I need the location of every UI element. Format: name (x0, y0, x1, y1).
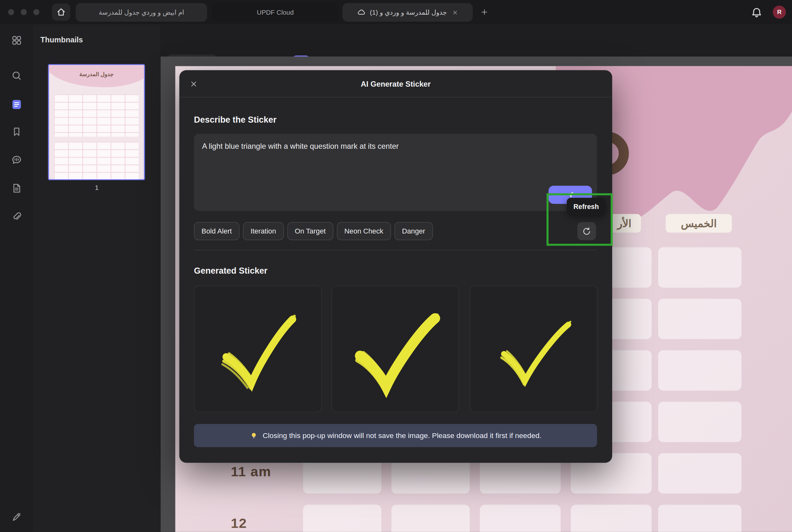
checkmark-sticker-image (484, 300, 583, 399)
sidebar-thumbnails-button[interactable] (7, 94, 27, 114)
search-icon (11, 70, 22, 81)
sidebar-paperclip-button[interactable] (7, 206, 27, 226)
checkmark-sticker-image (203, 295, 312, 403)
day-header-thursday: الخميس (666, 214, 732, 233)
window-controls (8, 9, 39, 15)
modal-divider (194, 250, 597, 250)
cloud-icon (357, 8, 366, 17)
refresh-icon (582, 227, 591, 236)
refresh-button[interactable] (577, 222, 596, 240)
generated-sticker-3[interactable] (469, 286, 597, 413)
sidebar-search-button[interactable] (7, 65, 27, 86)
chat-bubble-icon (11, 154, 22, 166)
new-tab-button[interactable] (479, 7, 490, 18)
tab-label: ام ابيض و وردي جدول للمدرسة (99, 8, 184, 16)
tab-close-icon[interactable] (452, 9, 458, 15)
titlebar: ام ابيض و وردي جدول للمدرسة UPDF Cloud (… (0, 0, 792, 24)
time-label-12: 12 (231, 516, 247, 531)
schedule-cell (658, 453, 741, 494)
sidebar-attachments-doc-button[interactable] (7, 178, 27, 198)
sidebar-draw-button[interactable] (7, 507, 27, 527)
thumbnails-panel: Thumbnails جدول المدرسة 1 (33, 24, 161, 532)
tab-updf-cloud[interactable]: UPDF Cloud (212, 3, 338, 22)
home-button[interactable] (52, 3, 70, 21)
updf-app-window: ام ابيض و وردي جدول للمدرسة UPDF Cloud (… (0, 0, 792, 532)
tab-label: (1) جدول للمدرسة و وردي و (370, 8, 447, 16)
tab-document-1[interactable]: ام ابيض و وردي جدول للمدرسة (76, 3, 207, 22)
generated-heading: Generated Sticker (194, 266, 268, 276)
pen-icon (11, 511, 22, 522)
schedule-cell (391, 505, 470, 532)
window-zoom-button[interactable] (34, 9, 39, 15)
sidebar-apps-button[interactable] (7, 30, 27, 50)
prompt-text: A light blue triangle with a white quest… (202, 142, 399, 150)
schedule-cell (658, 505, 741, 532)
schedule-cell (303, 505, 382, 532)
modal-title: AI Generate Sticker (179, 70, 612, 97)
plus-icon (480, 8, 489, 16)
thumbnail-page-number: 1 (33, 184, 161, 191)
pages-icon (11, 98, 23, 111)
tag-suggestions: Bold Alert Iteration On Target Neon Chec… (194, 222, 433, 240)
schedule-cell (658, 350, 741, 391)
thumbnail-table-bottom (54, 142, 139, 180)
tag-bold-alert[interactable]: Bold Alert (194, 222, 239, 240)
tab-label: UPDF Cloud (257, 8, 294, 16)
tab-document-2-active[interactable]: (1) جدول للمدرسة و وردي و (343, 3, 473, 22)
window-close-button[interactable] (8, 9, 14, 15)
bookmark-icon (11, 126, 22, 137)
sidebar-annotations-button[interactable] (7, 150, 27, 170)
notice-text: Closing this pop-up window will not save… (263, 431, 542, 439)
schedule-cell (480, 505, 560, 532)
refresh-tooltip: Refresh (567, 198, 606, 215)
day-header-wednesday: الأر (608, 214, 641, 233)
page-thumbnail[interactable]: جدول المدرسة (48, 64, 145, 180)
time-label-11am: 11 am (231, 464, 271, 480)
modal-header: AI Generate Sticker (179, 70, 612, 97)
notice-banner: Closing this pop-up window will not save… (194, 424, 597, 447)
home-icon (56, 7, 66, 17)
sidebar-bookmarks-button[interactable] (7, 122, 27, 142)
schedule-cell (658, 402, 741, 442)
apps-grid-icon (11, 35, 22, 46)
document-icon (11, 183, 22, 194)
describe-heading: Describe the Sticker (194, 115, 276, 125)
schedule-cell (658, 299, 741, 339)
main-toolbar: Tools Close (161, 24, 792, 56)
schedule-cell (571, 505, 651, 532)
paperclip-icon (11, 211, 22, 222)
thumbnail-table-top (54, 94, 139, 137)
notifications-button[interactable] (751, 7, 763, 19)
tag-on-target[interactable]: On Target (287, 222, 333, 240)
bell-icon (751, 7, 763, 19)
bulb-icon (249, 431, 258, 440)
left-sidebar (0, 24, 33, 532)
generated-sticker-1[interactable] (194, 286, 322, 413)
window-minimize-button[interactable] (21, 9, 27, 15)
sticker-prompt-input[interactable]: A light blue triangle with a white quest… (194, 134, 597, 211)
checkmark-sticker-image (338, 292, 452, 405)
tag-danger[interactable]: Danger (394, 222, 433, 240)
schedule-cell (658, 247, 741, 288)
tag-iteration[interactable]: Iteration (243, 222, 284, 240)
user-avatar[interactable]: R (773, 5, 786, 18)
thumbnails-panel-title: Thumbnails (40, 35, 83, 44)
thumbnail-title: جدول المدرسة (49, 71, 144, 78)
ai-generate-sticker-modal: AI Generate Sticker Describe the Sticker… (179, 70, 612, 462)
generated-sticker-2[interactable] (331, 286, 459, 413)
tag-neon-check[interactable]: Neon Check (337, 222, 391, 240)
